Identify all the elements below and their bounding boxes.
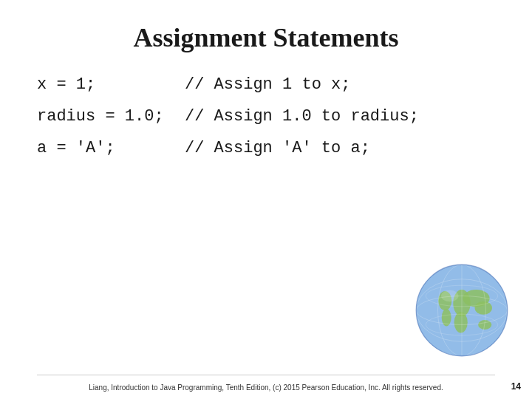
- slide-title: Assignment Statements: [37, 22, 495, 53]
- code-row-3: a = 'A'; // Assign 'A' to a;: [37, 139, 495, 157]
- slide: Assignment Statements x = 1; // Assign 1…: [0, 0, 532, 399]
- page-number: 14: [511, 381, 521, 392]
- svg-point-2: [454, 312, 468, 333]
- code-left-2: radius = 1.0;: [37, 107, 185, 126]
- code-section: x = 1; // Assign 1 to x; radius = 1.0; /…: [37, 75, 495, 157]
- svg-point-15: [441, 290, 458, 302]
- footer-divider: [37, 375, 495, 375]
- code-comment-1: // Assign 1 to x;: [185, 75, 350, 94]
- code-row-2: radius = 1.0; // Assign 1.0 to radius;: [37, 107, 495, 126]
- code-left-3: a = 'A';: [37, 139, 185, 157]
- globe-icon: [414, 262, 510, 358]
- code-comment-3: // Assign 'A' to a;: [185, 139, 370, 157]
- footer-text: Liang, Introduction to Java Programming,…: [0, 383, 532, 392]
- code-left-1: x = 1;: [37, 75, 185, 94]
- code-row-1: x = 1; // Assign 1 to x;: [37, 75, 495, 94]
- svg-point-4: [475, 301, 492, 315]
- code-comment-2: // Assign 1.0 to radius;: [185, 107, 419, 126]
